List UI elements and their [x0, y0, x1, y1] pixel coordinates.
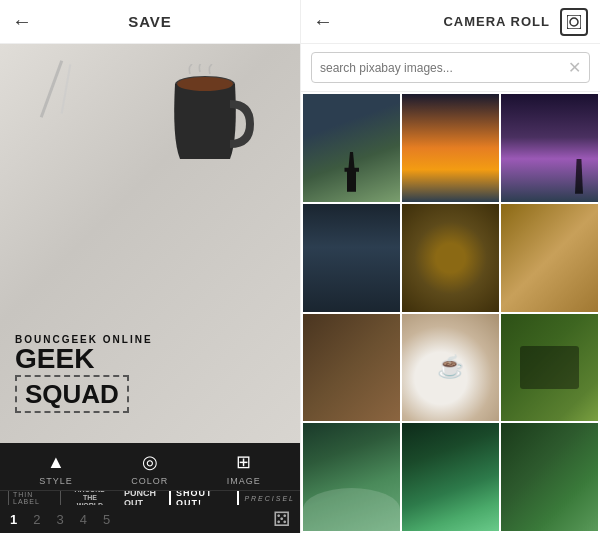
grid-image-8[interactable]: [402, 314, 499, 422]
grid-image-10[interactable]: [303, 423, 400, 531]
image-icon: ⊞: [236, 451, 251, 473]
color-icon: ◎: [142, 451, 158, 473]
grid-image-5[interactable]: [402, 204, 499, 312]
style-thin-item[interactable]: THIN LABEL: [8, 491, 61, 505]
style-shout-item[interactable]: SHOUT OUT!: [169, 491, 239, 505]
grid-image-4[interactable]: [303, 204, 400, 312]
image-grid: [301, 92, 600, 533]
svg-point-2: [570, 18, 578, 26]
page-3-button[interactable]: 3: [56, 512, 63, 527]
canvas-content: BOUNCGEEK ONLINE GEEK SQUAD: [0, 44, 300, 443]
right-back-button[interactable]: ←: [313, 10, 333, 33]
canvas-text-line2: GEEK: [15, 345, 153, 373]
search-clear-button[interactable]: ✕: [568, 58, 581, 77]
grid-image-6[interactable]: [501, 204, 598, 312]
grid-image-11[interactable]: [402, 423, 499, 531]
toolbar-icons-row: ▲ STYLE ◎ COLOR ⊞ IMAGE: [0, 443, 300, 491]
canvas-area: BOUNCGEEK ONLINE GEEK SQUAD: [0, 44, 300, 443]
camera-roll-icon[interactable]: [560, 8, 588, 36]
left-panel: ← SAVE: [0, 0, 300, 533]
style-precise-label: PRECISEL: [244, 495, 295, 502]
page-5-button[interactable]: 5: [103, 512, 110, 527]
page-numbers-row: 1 2 3 4 5 ⚄: [0, 505, 300, 533]
camera-roll-title: CAMERA ROLL: [343, 14, 550, 29]
coffee-cup: [160, 64, 270, 184]
image-tool-button[interactable]: ⊞ IMAGE: [227, 451, 261, 486]
bottom-toolbar: ▲ STYLE ◎ COLOR ⊞ IMAGE THIN LABEL AROUN…: [0, 443, 300, 533]
grid-image-7[interactable]: [303, 314, 400, 422]
style-around-item[interactable]: AROUNDTHEWORLD: [69, 491, 111, 505]
color-tool-button[interactable]: ◎ COLOR: [131, 451, 168, 486]
right-panel: ← CAMERA ROLL ✕: [300, 0, 600, 533]
search-input[interactable]: [320, 61, 568, 75]
page-1-button[interactable]: 1: [10, 512, 17, 527]
page-2-button[interactable]: 2: [33, 512, 40, 527]
left-back-button[interactable]: ←: [12, 10, 32, 33]
image-label: IMAGE: [227, 476, 261, 486]
page-4-button[interactable]: 4: [80, 512, 87, 527]
style-icon: ▲: [47, 452, 65, 473]
style-around-label: AROUNDTHEWORLD: [75, 491, 106, 505]
style-thin-label: THIN LABEL: [8, 491, 61, 505]
style-tool-button[interactable]: ▲ STYLE: [39, 452, 73, 486]
grid-image-2[interactable]: [402, 94, 499, 202]
canvas-text-line3: SQUAD: [25, 381, 119, 407]
style-shout-label: SHOUT OUT!: [169, 491, 239, 505]
save-button[interactable]: SAVE: [128, 13, 172, 30]
grid-image-3[interactable]: [501, 94, 598, 202]
style-punch-label: PUNCHOUT: [124, 491, 156, 505]
svg-point-1: [177, 77, 233, 91]
search-bar: ✕: [301, 44, 600, 92]
grid-image-1[interactable]: [303, 94, 400, 202]
style-punch-item[interactable]: PUNCHOUT: [119, 491, 161, 505]
left-header: ← SAVE: [0, 0, 300, 44]
randomize-icon[interactable]: ⚄: [273, 507, 290, 531]
canvas-text-line3-box: SQUAD: [15, 375, 129, 413]
style-label: STYLE: [39, 476, 73, 486]
color-label: COLOR: [131, 476, 168, 486]
svg-rect-3: [567, 15, 581, 29]
canvas-text-overlay: BOUNCGEEK ONLINE GEEK SQUAD: [15, 334, 153, 413]
grid-image-12[interactable]: [501, 423, 598, 531]
search-input-wrap: ✕: [311, 52, 590, 83]
right-header: ← CAMERA ROLL: [301, 0, 600, 44]
grid-image-9[interactable]: [501, 314, 598, 422]
style-presets-row: THIN LABEL AROUNDTHEWORLD PUNCHOUT SHOUT…: [0, 491, 300, 505]
style-precise-item[interactable]: PRECISEL: [247, 491, 292, 505]
